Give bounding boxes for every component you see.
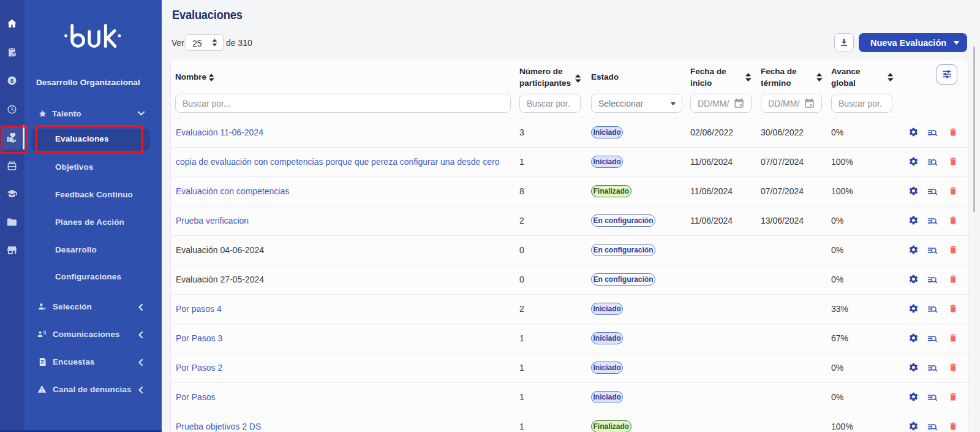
svg-text:$: $ — [10, 77, 14, 84]
